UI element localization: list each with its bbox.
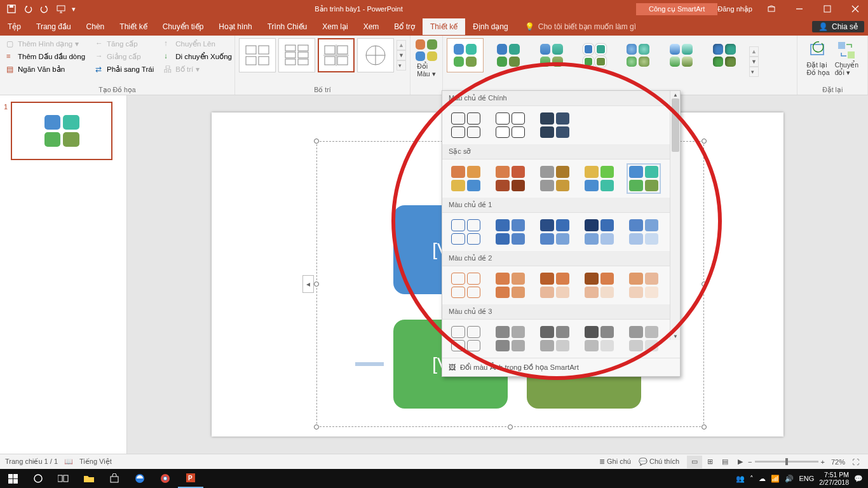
style-option-2[interactable] (490, 38, 527, 72)
layout-option-4[interactable] (357, 38, 394, 72)
tab-transitions[interactable]: Chuyển tiếp (155, 18, 212, 35)
resize-handle[interactable] (314, 424, 319, 430)
share-button[interactable]: 👤 Chia sẻ (812, 21, 864, 32)
fit-window-icon[interactable]: ⛶ (848, 456, 863, 468)
tab-file[interactable]: Tệp (0, 18, 29, 35)
reset-graphic-button[interactable]: Đặt lạiĐồ họa (806, 41, 829, 76)
color-swatch[interactable] (629, 326, 658, 351)
tab-review[interactable]: Xem lại (315, 18, 355, 35)
ime-indicator[interactable]: ENG (799, 475, 814, 482)
onedrive-icon[interactable]: ☁ (759, 475, 766, 483)
styles-scroll-down[interactable]: ▼ (749, 57, 759, 67)
resize-handle[interactable] (314, 281, 319, 287)
people-icon[interactable]: 👥 (736, 475, 745, 483)
store-icon[interactable] (102, 469, 127, 488)
demote-button[interactable]: →Giảng cấp (93, 51, 156, 62)
color-swatch[interactable] (451, 166, 480, 191)
signin-label[interactable]: Đăng nhập (717, 5, 752, 13)
task-view-button[interactable] (51, 469, 76, 488)
slide-thumbnails-panel[interactable]: 1 (0, 95, 127, 454)
scroll-down-icon[interactable]: ▼ (670, 332, 681, 340)
chrome-icon[interactable] (153, 469, 178, 488)
clock[interactable]: 7:51 PM 2/27/2018 (819, 471, 849, 486)
close-button[interactable] (843, 0, 868, 18)
tab-view[interactable]: Xem (356, 18, 387, 35)
recolor-pictures-button[interactable]: 🖼 Đổi màu Ảnh trong Đồ họa SmartArt (442, 358, 680, 376)
slideshow-view-icon[interactable]: ▶ (733, 456, 748, 468)
resize-handle[interactable] (508, 424, 513, 430)
layout-menu-button[interactable]: 品Bố trí ▾ (161, 64, 234, 75)
resize-handle[interactable] (702, 139, 707, 144)
add-bullet-button[interactable]: ≡Thêm Dấu đầu dòng (4, 51, 88, 62)
qat-more-icon[interactable]: ▾ (70, 1, 78, 17)
color-swatch[interactable] (451, 326, 480, 351)
scroll-up-icon[interactable]: ▲ (670, 91, 681, 98)
layouts-more[interactable]: ▾ (397, 60, 406, 71)
undo-icon[interactable] (20, 1, 36, 17)
color-swatch[interactable] (629, 219, 658, 245)
layouts-scroll-down[interactable]: ▼ (397, 50, 406, 60)
promote-button[interactable]: ←Tăng cấp (93, 38, 156, 50)
color-swatch[interactable] (540, 166, 569, 191)
layout-option-1[interactable] (239, 38, 276, 72)
tell-me-search[interactable]: 💡 Cho tôi biết bạn muốn làm gì (525, 22, 636, 31)
tab-smartart-format[interactable]: Định dạng (465, 18, 515, 35)
style-option-1[interactable] (447, 38, 484, 72)
color-swatch[interactable] (585, 326, 614, 351)
move-down-button[interactable]: ↓Di chuyển Xuống (161, 51, 234, 62)
save-icon[interactable] (4, 1, 19, 17)
notifications-icon[interactable]: 💬 (854, 475, 863, 483)
color-swatch[interactable] (540, 112, 569, 138)
color-swatch[interactable] (451, 219, 480, 245)
tab-smartart-design[interactable]: Thiết kế (423, 18, 465, 35)
tab-home[interactable]: Trang đầu (29, 18, 79, 35)
zoom-in-button[interactable]: + (821, 458, 825, 466)
text-pane-toggle[interactable]: ◂ (302, 275, 314, 293)
tray-overflow-icon[interactable]: ˄ (750, 475, 754, 483)
styles-more[interactable]: ▾ (749, 67, 759, 77)
notes-button[interactable]: ≣ Ghi chú (599, 458, 631, 466)
volume-icon[interactable]: 🔊 (785, 475, 794, 483)
color-swatch[interactable] (496, 112, 525, 138)
explorer-icon[interactable] (76, 469, 102, 488)
text-pane-button[interactable]: ▤Ngăn Văn bản (4, 64, 88, 75)
color-swatch[interactable] (585, 273, 614, 298)
menu-scrollbar[interactable]: ▲ ▼ (670, 91, 680, 340)
color-swatch[interactable] (451, 273, 480, 298)
color-swatch-selected[interactable] (629, 166, 658, 191)
color-swatch[interactable] (540, 273, 569, 298)
color-swatch[interactable] (496, 273, 525, 298)
scroll-thumb[interactable] (672, 98, 679, 152)
color-swatch[interactable] (585, 219, 614, 245)
color-swatch[interactable] (540, 326, 569, 351)
redo-icon[interactable] (37, 1, 52, 17)
style-option-4[interactable] (576, 38, 613, 72)
style-option-6[interactable] (663, 38, 700, 72)
start-button[interactable] (0, 469, 25, 488)
styles-scroll-up[interactable]: ▲ (749, 46, 759, 57)
layout-option-2[interactable] (278, 38, 315, 72)
resize-handle[interactable] (702, 281, 707, 287)
slideshow-start-icon[interactable] (53, 1, 69, 17)
color-swatch[interactable] (540, 219, 569, 245)
slide-indicator[interactable]: Trang chiếu 1 / 1 (5, 458, 58, 466)
reading-view-icon[interactable]: ▤ (717, 456, 733, 468)
change-colors-button[interactable]: ĐổiMàu ▾ (412, 38, 441, 79)
zoom-slider[interactable] (755, 461, 818, 463)
tab-design[interactable]: Thiết kế (112, 18, 154, 35)
tab-addins[interactable]: Bổ trợ (386, 18, 423, 35)
move-up-button[interactable]: ↑Chuyển Lên (161, 38, 234, 50)
style-option-3[interactable] (533, 38, 570, 72)
tab-insert[interactable]: Chèn (79, 18, 112, 35)
tab-slideshow[interactable]: Trình Chiếu (260, 18, 315, 35)
add-shape-button[interactable]: ▢Thêm Hình dạng ▾ (4, 38, 88, 50)
convert-button[interactable]: Chuyểnđổi ▾ (835, 41, 858, 76)
comments-button[interactable]: 💬 Chú thích (639, 458, 679, 466)
ribbon-options-icon[interactable] (759, 0, 784, 18)
zoom-out-button[interactable]: − (748, 458, 752, 466)
color-swatch[interactable] (451, 112, 480, 138)
sorter-view-icon[interactable]: ⊞ (702, 456, 717, 468)
color-swatch[interactable] (585, 166, 614, 191)
rtl-button[interactable]: ⇄Phải sang Trái (93, 64, 156, 75)
resize-handle[interactable] (702, 424, 707, 430)
